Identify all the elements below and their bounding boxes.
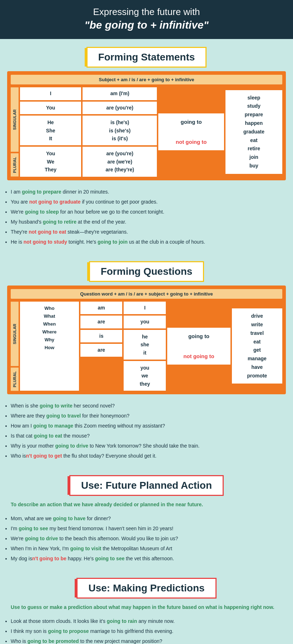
subject-he-she-it: HeSheIt bbox=[20, 116, 81, 145]
example-item: He is not going to study tonight. He's g… bbox=[11, 238, 282, 246]
example-item: When is she going to write her second no… bbox=[11, 402, 282, 410]
going-to-green: going to see bbox=[95, 556, 124, 561]
example-item: Look at those storm clouds. It looks lik… bbox=[11, 618, 282, 625]
use-predictions-heading-box: Use: Making Predictions bbox=[76, 578, 216, 599]
verb-are-you: are (you're) bbox=[83, 102, 157, 114]
verb-are-plural: are (you're)are (we're)are (they're) bbox=[83, 147, 157, 176]
q-be-are-sg: are bbox=[80, 316, 123, 328]
q-words-cell: WhoWhatWhenWhereWhyHow bbox=[20, 302, 79, 391]
questions-title: Forming Questions bbox=[101, 266, 193, 277]
going-to-green: going to rain bbox=[107, 618, 137, 624]
q-subject-you: you bbox=[124, 316, 166, 328]
going-to-green: going to sleep bbox=[25, 209, 59, 215]
example-item: My husband's going to retire at the end … bbox=[11, 218, 282, 226]
header-line1: Expressing the future with bbox=[7, 6, 286, 18]
q-plural-label: PLURAL bbox=[11, 367, 19, 391]
going-to-text: going to bbox=[161, 117, 221, 127]
going-to-green: going to travel bbox=[46, 413, 81, 419]
questions-table-container: Question word + am / is / are + subject … bbox=[7, 286, 286, 395]
q-subjects-col: I you hesheit youwethey bbox=[124, 302, 166, 391]
q-sg-pl-labels: SINGULAR PLURAL bbox=[11, 302, 19, 391]
going-to-green: going to see bbox=[19, 526, 48, 531]
verb-am: am (I'm) bbox=[83, 87, 157, 100]
q-be-am: am bbox=[80, 302, 123, 314]
statements-title: Forming Statements bbox=[98, 52, 195, 63]
statements-accent-left bbox=[85, 48, 88, 67]
going-to-col: going to not going to bbox=[158, 87, 224, 177]
verb-is-group: is (he's)is (she's)is (it's) bbox=[83, 116, 157, 145]
use-planned-title: Use: Future Planned Action bbox=[81, 480, 212, 491]
infinitives-col: sleepstudypreparehappengraduateeatretire… bbox=[225, 87, 282, 177]
use-predictions-accent-left bbox=[75, 579, 78, 597]
going-to-green: going to manage bbox=[33, 423, 73, 429]
q-not-going-to-text: not going to bbox=[170, 351, 228, 361]
going-to-green: going to drive bbox=[25, 536, 58, 541]
example-item: Mom, what are we going to have for dinne… bbox=[11, 515, 282, 522]
use-planned-heading-wrap: Use: Future Planned Action bbox=[29, 475, 264, 496]
example-item: I am going to prepare dinner in 20 minut… bbox=[11, 188, 282, 196]
going-to-green: going to write bbox=[40, 403, 73, 409]
subject-i: I bbox=[20, 87, 81, 100]
example-item: My dog isn't going to be happy. He's goi… bbox=[11, 555, 282, 562]
plural-label: PLURAL bbox=[11, 153, 19, 176]
going-to-green: going to prepare bbox=[22, 189, 61, 195]
subject-you-sg: You bbox=[20, 102, 81, 114]
header-line2: "be going to + infinitive" bbox=[7, 19, 286, 31]
example-item: We're going to sleep for an hour before … bbox=[11, 208, 282, 216]
use-predictions-description: Use to guess or make a prediction about … bbox=[0, 602, 293, 615]
q-going-to-col: going to not going to bbox=[167, 302, 230, 391]
q-going-to-text: going to bbox=[170, 331, 228, 341]
going-to-green: going to join bbox=[98, 239, 128, 245]
not-going-red: n't going to get bbox=[26, 453, 62, 459]
statements-examples: I am going to prepare dinner in 20 minut… bbox=[0, 186, 293, 253]
not-going-red: not going to study bbox=[24, 239, 67, 245]
going-to-green: going to drive bbox=[55, 443, 88, 449]
questions-accent-left bbox=[87, 262, 90, 281]
q-subject-i: I bbox=[124, 302, 166, 314]
not-going-red: not going to eat bbox=[29, 229, 66, 235]
infinitives-cell: sleepstudypreparehappengraduateeatretire… bbox=[225, 90, 282, 174]
example-item: Why is your mother going to drive to New… bbox=[11, 442, 282, 450]
example-item: Is that cat going to eat the mouse? bbox=[11, 432, 282, 440]
use-planned-accent-left bbox=[68, 476, 70, 495]
statements-heading-box: Forming Statements bbox=[86, 47, 207, 68]
going-to-green: going to retire bbox=[43, 219, 76, 225]
q-singular-label: SINGULAR bbox=[11, 302, 19, 366]
q-going-to-cell: going to not going to bbox=[167, 328, 230, 365]
not-going-red: n't going to be bbox=[32, 556, 66, 561]
q-be-are-pl: are bbox=[80, 344, 123, 357]
page-header: Expressing the future with "be going to … bbox=[0, 0, 293, 39]
q-infinitives-cell: drivewritetraveleatgetmanagehavepromote bbox=[232, 308, 282, 384]
statements-heading-wrap: Forming Statements bbox=[29, 47, 264, 68]
example-item: Who is going to be promoted to the new p… bbox=[11, 638, 282, 644]
going-to-green: going to visit bbox=[70, 546, 101, 551]
verb-forms-col: am (I'm) are (you're) is (he's)is (she's… bbox=[83, 87, 157, 177]
questions-formula: Question word + am / is / are + subject … bbox=[11, 289, 282, 299]
example-item: You are not going to graduate if you con… bbox=[11, 198, 282, 206]
going-to-green: going to propose bbox=[48, 628, 89, 634]
example-item: Where are they going to travel for their… bbox=[11, 412, 282, 420]
example-item: We're going to drive to the beach this a… bbox=[11, 535, 282, 542]
q-be-is: is bbox=[80, 330, 123, 343]
going-to-green: going to have bbox=[53, 516, 85, 521]
example-item: How am I going to manage this Zoom meeti… bbox=[11, 422, 282, 430]
use-planned-heading-box: Use: Future Planned Action bbox=[69, 475, 224, 496]
q-subject-he-she-it: hesheit bbox=[124, 330, 166, 360]
statements-formula: Subject + am / is / are + going to + inf… bbox=[11, 75, 282, 84]
going-to-green: going to eat bbox=[34, 433, 62, 439]
going-to-cell: going to not going to bbox=[158, 113, 224, 150]
use-planned-description: To describe an action that we have alrea… bbox=[0, 499, 293, 513]
use-predictions-title: Use: Making Predictions bbox=[88, 582, 204, 594]
not-going-red: not going to graduate bbox=[29, 199, 81, 205]
example-item: Who isn't going to get the flu shot toda… bbox=[11, 452, 282, 460]
q-words-col: WhoWhatWhenWhereWhyHow bbox=[20, 302, 79, 391]
example-item: They're not going to eat steak—they're v… bbox=[11, 228, 282, 236]
q-infinitives-col: drivewritetraveleatgetmanagehavepromote bbox=[232, 302, 282, 391]
q-be-col: am are is are bbox=[80, 302, 123, 391]
example-item: When I'm in New York, I'm going to visit… bbox=[11, 545, 282, 552]
example-item: I'm going to see my best friend tomorrow… bbox=[11, 525, 282, 532]
subject-you-we-they: YouWeThey bbox=[20, 147, 81, 176]
questions-heading-wrap: Forming Questions bbox=[29, 261, 264, 282]
not-going-to-text: not going to bbox=[161, 137, 221, 147]
questions-table: SINGULAR PLURAL WhoWhatWhenWhereWhyHow a… bbox=[11, 302, 282, 391]
